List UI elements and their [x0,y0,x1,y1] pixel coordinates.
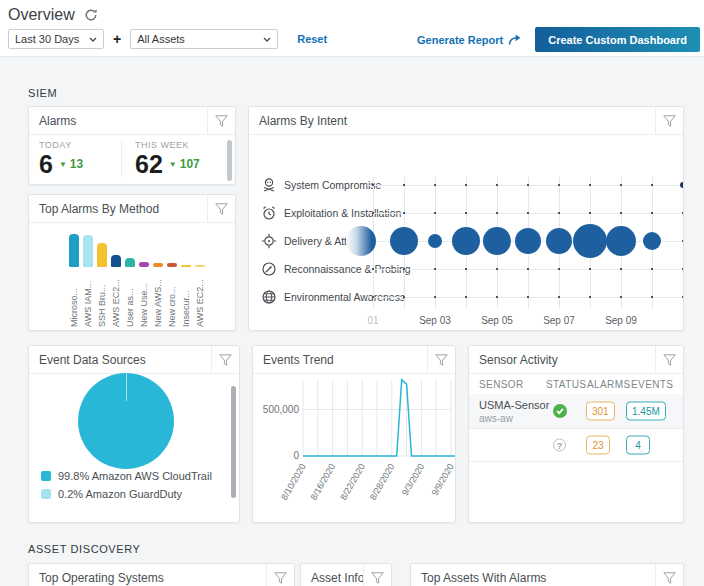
share-arrow-icon [508,34,521,45]
alarms-count-badge[interactable]: 301 [586,402,615,421]
filter-funnel-icon[interactable] [655,107,683,134]
method-bar[interactable] [181,265,191,267]
crosshair-target-icon [261,233,277,249]
arrow-down-icon: ▼ [169,160,177,169]
dashboard-page: Overview Last 30 Days + All Assets Reset… [0,0,704,586]
legend-swatch [41,489,51,499]
chevron-down-icon [263,37,271,42]
pie-legend-item: 0.2% Amazon GuardDuty [41,488,182,500]
bar-category-label: AWS IAM... [81,271,95,327]
bar-category-label: New cro... [165,271,179,327]
alarm-bubble[interactable] [606,226,636,256]
alarm-bubble[interactable] [515,228,541,254]
week-delta: ▼107 [169,157,200,171]
column-header-status: STATUS [546,379,586,390]
events-count-badge[interactable]: 1.45M [626,402,666,421]
alarm-bubble[interactable] [546,228,572,254]
filter-funnel-icon[interactable] [211,346,239,373]
alarm-clock-icon [261,205,277,221]
method-bar[interactable] [125,258,135,267]
sensor-table-row[interactable]: USMA-Sensor aws-aw 301 1.45M [469,394,683,429]
sources-card-title: Event Data Sources [29,346,211,373]
alarms-by-intent-card: Alarms By Intent System Compromise Explo… [248,106,684,331]
this-week-label: THIS WEEK [135,140,200,150]
bar-category-label: User as... [123,271,137,327]
x-axis-tick: Sep 07 [537,315,581,326]
compass-gauge-icon [261,261,277,277]
x-axis-tick: Sep 03 [413,315,457,326]
chevron-down-icon [89,37,97,42]
time-range-select[interactable]: Last 30 Days [8,29,104,49]
week-value: 62 [135,151,163,177]
filter-funnel-icon[interactable] [207,195,235,222]
filter-bar: Last 30 Days + All Assets Reset [8,29,327,49]
bar-category-label: SSH Bru... [95,271,109,327]
sensor-activity-card: Sensor Activity SENSOR STATUS ALARMS EVE… [468,345,684,523]
generate-report-link[interactable]: Generate Report [417,34,521,46]
method-bar[interactable] [69,234,79,267]
method-bar-chart[interactable]: Microso...AWS IAM...SSH Bru...AWS EC2...… [29,223,235,330]
alarm-bubble[interactable] [428,234,442,248]
asset-discovery-section-label: ASSET DISCOVERY [28,543,141,555]
svg-text:8/28/2020: 8/28/2020 [368,462,397,502]
filter-funnel-icon[interactable] [655,346,683,373]
filter-funnel-icon[interactable] [655,564,683,586]
asset-filter-select[interactable]: All Assets [130,29,278,49]
filter-funnel-icon[interactable] [207,107,235,134]
today-delta: ▼13 [59,157,83,171]
alarms-today-stat: TODAY 6 ▼13 [39,140,83,177]
reset-button[interactable]: Reset [297,33,327,45]
add-filter-button[interactable]: + [113,31,121,47]
events-trend-card: Events Trend 500,00008/10/20208/16/20208… [252,345,456,523]
alarms-card-title: Alarms [29,107,207,134]
event-sources-pie-chart[interactable] [78,373,174,469]
method-bar[interactable] [195,265,205,267]
filter-funnel-icon[interactable] [266,564,294,586]
alarm-bubble[interactable] [390,227,418,255]
alarm-bubble[interactable] [483,227,511,255]
method-bar[interactable] [153,263,163,267]
asset-info-card-title: Asset Infor... [301,564,363,586]
method-bar[interactable] [167,263,177,267]
skull-crossbones-icon [261,177,277,193]
status-unknown-icon: ? [553,439,566,452]
page-title: Overview [8,6,75,24]
scrollbar-thumb[interactable] [231,386,236,498]
bar-category-label: New Use... [137,271,151,327]
intent-bubble-chart[interactable]: System Compromise Exploitation & Install… [249,135,683,330]
filter-funnel-icon[interactable] [427,346,455,373]
bar-category-label: Insecur... [179,271,193,327]
method-bar[interactable] [83,235,93,267]
alarms-count-badge[interactable]: 23 [586,436,610,455]
method-bar[interactable] [97,243,107,267]
filter-funnel-icon[interactable] [363,564,391,586]
scrollbar-thumb[interactable] [227,140,232,181]
svg-text:8/16/2020: 8/16/2020 [309,462,338,502]
method-bar[interactable] [111,255,121,267]
sensors-card-title: Sensor Activity [469,346,655,373]
svg-text:9/9/2020: 9/9/2020 [430,462,455,497]
today-value: 6 [39,151,53,177]
create-custom-dashboard-button[interactable]: Create Custom Dashboard [535,27,700,52]
bar-category-label: AWS EC2... [193,271,207,327]
topbar-actions: Generate Report Create Custom Dashboard [417,27,700,52]
alarm-bubble[interactable] [680,182,684,188]
alarm-bubble[interactable] [573,224,607,258]
os-card-title: Top Operating Systems [29,564,266,586]
svg-text:500,000: 500,000 [263,404,300,415]
column-header-sensor: SENSOR [479,379,524,390]
sensor-table-row[interactable]: ? 23 4 [469,429,683,462]
refresh-icon[interactable] [84,8,98,22]
method-bar[interactable] [139,262,149,267]
svg-text:8/10/2020: 8/10/2020 [279,462,308,502]
alarm-bubble[interactable] [346,226,376,256]
top-assets-with-alarms-card: Top Assets With Alarms [410,563,684,586]
alarm-bubble[interactable] [643,232,661,250]
alarms-week-stat: THIS WEEK 62 ▼107 [121,140,200,177]
asset-information-card: Asset Infor... [300,563,392,586]
events-trend-line-chart[interactable]: 500,00008/10/20208/16/20208/22/20208/28/… [253,374,455,522]
alarm-bubble[interactable] [452,227,480,255]
legend-swatch [41,471,51,481]
events-count-badge[interactable]: 4 [626,436,650,455]
intent-card-title: Alarms By Intent [249,107,655,134]
